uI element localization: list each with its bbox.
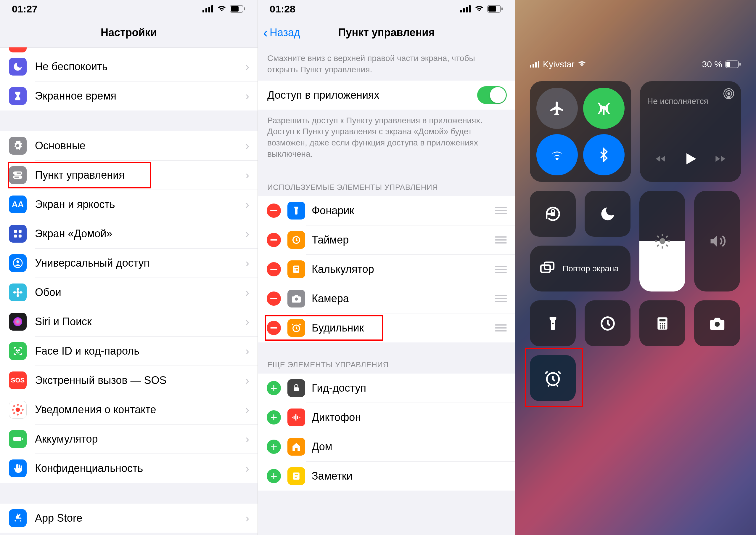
drag-handle-icon[interactable] bbox=[495, 266, 507, 273]
brightness-icon bbox=[654, 232, 671, 250]
svg-point-30 bbox=[13, 405, 15, 407]
settings-row-label: Уведомления о контакте bbox=[35, 404, 245, 416]
control-row-lock[interactable]: Гид-доступ bbox=[258, 374, 515, 403]
svg-point-29 bbox=[22, 409, 24, 411]
settings-row-label: App Store bbox=[35, 512, 245, 524]
settings-row-gear[interactable]: Основные › bbox=[0, 131, 257, 160]
svg-point-92 bbox=[664, 325, 665, 327]
svg-rect-45 bbox=[294, 267, 298, 268]
chevron-right-icon: › bbox=[245, 374, 249, 387]
remove-button[interactable] bbox=[267, 262, 281, 276]
drag-handle-icon[interactable] bbox=[495, 324, 507, 331]
access-in-apps-row[interactable]: Доступ в приложениях bbox=[258, 81, 515, 110]
settings-row-switches[interactable]: Пункт управления › bbox=[0, 160, 257, 190]
settings-row-hourglass[interactable]: Экранное время › bbox=[0, 81, 257, 110]
drag-handle-icon[interactable] bbox=[495, 295, 507, 302]
settings-row-exposure[interactable]: Уведомления о контакте › bbox=[0, 395, 257, 424]
do-not-disturb-button[interactable] bbox=[584, 191, 631, 237]
svg-point-52 bbox=[295, 297, 298, 301]
remove-button[interactable] bbox=[267, 292, 281, 306]
drag-handle-icon[interactable] bbox=[495, 237, 507, 243]
settings-row-moon[interactable]: Не беспокоить › bbox=[0, 52, 257, 81]
bluetooth-button[interactable] bbox=[583, 134, 625, 175]
back-chevron-icon: ‹ bbox=[263, 25, 268, 40]
settings-row-battery[interactable]: Аккумулятор › bbox=[0, 425, 257, 454]
control-row-timer[interactable]: Таймер bbox=[258, 225, 515, 254]
remove-button[interactable] bbox=[267, 204, 281, 218]
timer-icon bbox=[287, 231, 305, 249]
timer-button[interactable] bbox=[584, 300, 631, 346]
settings-row-appstore[interactable]: App Store › bbox=[0, 504, 257, 533]
svg-rect-5 bbox=[231, 6, 239, 12]
svg-point-46 bbox=[294, 269, 295, 270]
add-button[interactable] bbox=[267, 469, 281, 483]
svg-point-89 bbox=[664, 323, 665, 324]
settings-row-SOS[interactable]: SOS Экстренный вызов — SOS › bbox=[0, 366, 257, 395]
control-row-wave[interactable]: Диктофон bbox=[258, 403, 515, 432]
wifi-button[interactable] bbox=[536, 134, 578, 175]
settings-row-AA[interactable]: AA Экран и яркость › bbox=[0, 190, 257, 219]
flashlight-button[interactable] bbox=[530, 300, 576, 346]
svg-rect-34 bbox=[13, 437, 21, 441]
add-button[interactable] bbox=[267, 410, 281, 425]
svg-point-96 bbox=[715, 322, 719, 326]
settings-row-face[interactable]: Face ID и код-пароль › bbox=[0, 337, 257, 366]
screen-mirroring-button[interactable]: Повтор экрана bbox=[530, 245, 631, 292]
svg-rect-61 bbox=[535, 62, 537, 68]
drag-handle-icon[interactable] bbox=[495, 207, 507, 214]
hourglass-icon bbox=[9, 87, 27, 105]
appstore-icon bbox=[9, 509, 27, 527]
calculator-icon bbox=[287, 260, 305, 278]
airplane-mode-button[interactable] bbox=[536, 88, 578, 129]
previous-icon[interactable] bbox=[655, 153, 667, 165]
access-toggle[interactable] bbox=[477, 86, 507, 104]
switches-icon bbox=[9, 166, 27, 184]
media-module[interactable]: Не исполняется bbox=[640, 81, 741, 182]
control-row-notes[interactable]: Заметки bbox=[258, 462, 515, 491]
play-icon[interactable] bbox=[682, 151, 699, 167]
screen-mirror-icon bbox=[539, 260, 556, 277]
svg-point-19 bbox=[16, 294, 19, 297]
remove-button[interactable] bbox=[267, 321, 281, 335]
add-button[interactable] bbox=[267, 439, 281, 454]
calculator-button[interactable] bbox=[639, 300, 685, 346]
svg-point-70 bbox=[728, 93, 730, 95]
control-row-calculator[interactable]: Калькулятор bbox=[258, 255, 515, 284]
status-time: 01:27 bbox=[12, 3, 38, 15]
add-button[interactable] bbox=[267, 381, 281, 395]
back-button[interactable]: ‹ Назад bbox=[258, 25, 300, 40]
camera-button[interactable] bbox=[694, 300, 740, 346]
control-row-alarm[interactable]: Будильник bbox=[258, 313, 515, 343]
orientation-lock-icon bbox=[544, 204, 562, 223]
brightness-slider[interactable] bbox=[639, 191, 685, 292]
svg-rect-13 bbox=[14, 235, 17, 238]
cellular-data-button[interactable] bbox=[583, 88, 625, 129]
remove-button[interactable] bbox=[267, 233, 281, 247]
settings-row-grid[interactable]: Экран «Домой» › bbox=[0, 219, 257, 248]
settings-row-label: Пункт управления bbox=[35, 169, 245, 181]
chevron-right-icon: › bbox=[245, 60, 249, 73]
svg-point-28 bbox=[12, 409, 14, 411]
settings-row-label: Универсальный доступ bbox=[35, 257, 245, 269]
control-row-flashlight[interactable]: Фонарик bbox=[258, 196, 515, 225]
settings-row-label: Не беспокоить bbox=[35, 60, 245, 73]
svg-rect-71 bbox=[551, 212, 555, 216]
control-row-camera[interactable]: Камера bbox=[258, 284, 515, 313]
settings-row-hand[interactable]: Конфиденциальность › bbox=[0, 454, 257, 483]
svg-point-91 bbox=[662, 325, 663, 327]
settings-row-flower[interactable]: Обои › bbox=[0, 278, 257, 307]
chevron-right-icon: › bbox=[245, 227, 249, 240]
next-icon[interactable] bbox=[715, 153, 726, 165]
status-bar: 01:27 bbox=[0, 0, 257, 18]
orientation-lock-button[interactable] bbox=[530, 191, 576, 237]
camera-icon bbox=[709, 315, 726, 332]
alarm-button[interactable] bbox=[530, 355, 576, 401]
status-indicators bbox=[202, 5, 246, 13]
volume-slider[interactable] bbox=[694, 191, 740, 292]
settings-row-label: Конфиденциальность bbox=[35, 462, 245, 475]
svg-point-21 bbox=[19, 291, 22, 294]
svg-point-18 bbox=[16, 288, 19, 291]
settings-row-person[interactable]: Универсальный доступ › bbox=[0, 248, 257, 278]
control-row-home[interactable]: Дом bbox=[258, 432, 515, 461]
settings-row-siri[interactable]: Siri и Поиск › bbox=[0, 307, 257, 336]
